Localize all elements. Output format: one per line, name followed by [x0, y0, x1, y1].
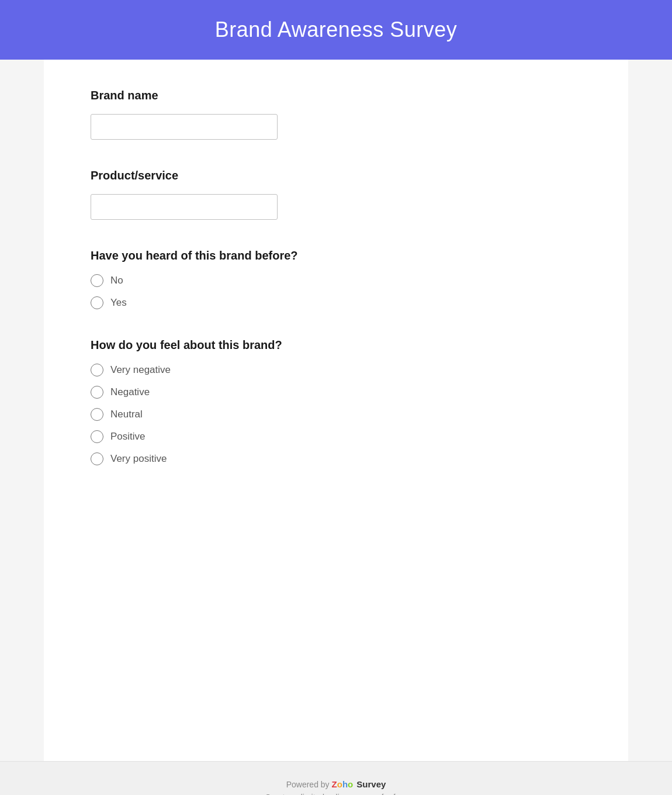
powered-by-text: Powered by — [286, 780, 330, 789]
heard-before-yes-item[interactable]: Yes — [91, 296, 581, 309]
feel-very-positive-item[interactable]: Very positive — [91, 452, 581, 465]
brand-name-input[interactable] — [91, 114, 278, 140]
zoho-z-letter: Z — [332, 779, 337, 789]
feel-very-negative-label: Very negative — [110, 364, 171, 376]
brand-name-section: Brand name — [91, 89, 581, 140]
heard-before-yes-radio[interactable] — [91, 296, 103, 309]
brand-name-label: Brand name — [91, 89, 581, 102]
feel-positive-label: Positive — [110, 431, 146, 443]
heard-before-no-item[interactable]: No — [91, 274, 581, 287]
heard-before-radio-group: No Yes — [91, 274, 581, 309]
feel-very-positive-radio[interactable] — [91, 452, 103, 465]
page-footer: Powered by Zoho Survey Create unlimited … — [0, 761, 672, 795]
feel-very-negative-item[interactable]: Very negative — [91, 364, 581, 376]
feel-very-negative-radio[interactable] — [91, 364, 103, 376]
heard-before-label: Have you heard of this brand before? — [91, 249, 581, 262]
feel-positive-radio[interactable] — [91, 430, 103, 443]
zoho-h-letter: h — [342, 779, 348, 789]
feel-neutral-item[interactable]: Neutral — [91, 408, 581, 421]
feel-about-section: How do you feel about this brand? Very n… — [91, 338, 581, 465]
page-header: Brand Awareness Survey — [0, 0, 672, 60]
feel-negative-radio[interactable] — [91, 386, 103, 399]
product-service-input[interactable] — [91, 194, 278, 220]
heard-before-no-radio[interactable] — [91, 274, 103, 287]
product-service-label: Product/service — [91, 169, 581, 182]
feel-positive-item[interactable]: Positive — [91, 430, 581, 443]
zoho-o1-letter: o — [337, 779, 342, 789]
feel-about-label: How do you feel about this brand? — [91, 338, 581, 352]
feel-neutral-radio[interactable] — [91, 408, 103, 421]
form-container: Brand name Product/service Have you hear… — [44, 60, 628, 761]
feel-neutral-label: Neutral — [110, 409, 143, 420]
footer-tagline: Create unlimited online surveys for free — [12, 793, 660, 795]
zoho-o2-letter: o — [348, 779, 353, 789]
zoho-logo: Zoho — [332, 779, 354, 789]
product-service-section: Product/service — [91, 169, 581, 220]
survey-word: Survey — [356, 779, 386, 789]
heard-before-yes-label: Yes — [110, 297, 127, 309]
heard-before-no-label: No — [110, 275, 123, 286]
page-title: Brand Awareness Survey — [12, 18, 660, 42]
feel-negative-item[interactable]: Negative — [91, 386, 581, 399]
powered-by-line: Powered by Zoho Survey — [12, 779, 660, 789]
feel-very-positive-label: Very positive — [110, 453, 167, 465]
feel-negative-label: Negative — [110, 386, 150, 398]
heard-before-section: Have you heard of this brand before? No … — [91, 249, 581, 309]
feel-about-radio-group: Very negative Negative Neutral Positive … — [91, 364, 581, 465]
